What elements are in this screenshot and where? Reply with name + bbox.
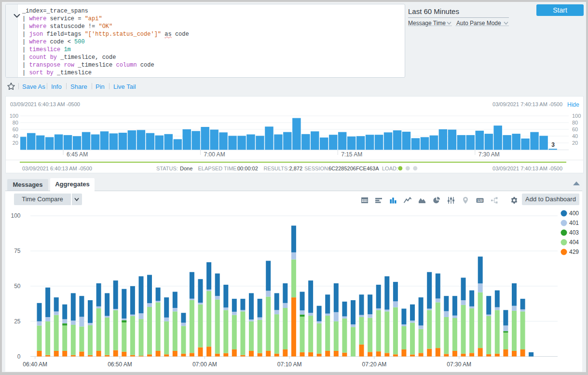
svg-text:25: 25 [14,318,21,325]
svg-text:20: 20 [13,140,18,146]
svg-text:07:00 AM: 07:00 AM [192,361,217,368]
svg-text:80: 80 [572,120,578,125]
svg-text:100: 100 [10,113,18,119]
svg-text:100: 100 [11,212,20,219]
svg-text:400: 400 [569,210,579,217]
svg-text:100: 100 [572,113,581,119]
svg-text:06:50 AM: 06:50 AM [108,361,132,368]
svg-text:50: 50 [14,283,21,290]
svg-text:40: 40 [572,133,578,139]
svg-text:40: 40 [13,133,18,139]
svg-text:3: 3 [551,141,555,148]
svg-text:20: 20 [572,140,578,146]
svg-text:06:40 AM: 06:40 AM [23,361,47,368]
svg-text:7:00 AM: 7:00 AM [204,151,225,158]
svg-text:7:30 AM: 7:30 AM [479,151,500,158]
svg-text:6:45 AM: 6:45 AM [67,151,88,158]
svg-text:80: 80 [13,120,18,125]
svg-text:7:15 AM: 7:15 AM [341,151,362,158]
svg-text:75: 75 [14,248,21,254]
svg-text:123: 123 [478,199,483,202]
svg-text:07:10 AM: 07:10 AM [277,361,302,368]
svg-text:403: 403 [569,229,579,236]
svg-text:0: 0 [17,353,21,360]
svg-text:60: 60 [13,126,18,132]
svg-text:60: 60 [572,126,578,132]
svg-text:401: 401 [569,220,579,226]
svg-text:429: 429 [569,249,579,255]
svg-text:07:30 AM: 07:30 AM [447,361,471,368]
svg-text:07:20 AM: 07:20 AM [362,361,387,368]
svg-text:404: 404 [569,239,579,246]
